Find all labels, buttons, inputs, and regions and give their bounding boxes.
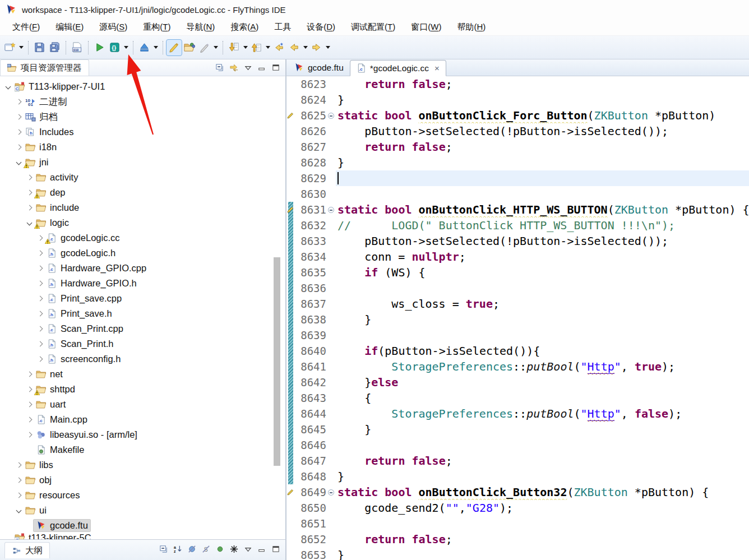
expand-chevron-icon[interactable] — [35, 236, 44, 240]
annotation-gutter[interactable] — [286, 343, 295, 359]
last-edit-location-button[interactable] — [271, 40, 286, 55]
outline-view-menu-icon[interactable] — [243, 544, 253, 554]
outline-hide-local-icon[interactable] — [229, 544, 239, 554]
build-button[interactable]: {} — [107, 40, 122, 55]
fold-toggle-icon[interactable] — [326, 484, 336, 500]
annotation-gutter[interactable] — [286, 406, 295, 422]
forward-button[interactable] — [309, 40, 324, 55]
menu-source[interactable]: 源码(S) — [91, 20, 135, 35]
expand-chevron-icon[interactable] — [35, 266, 44, 270]
prev-annotation-dropdown[interactable] — [264, 40, 271, 55]
expand-chevron-icon[interactable] — [25, 372, 34, 376]
expand-chevron-icon[interactable] — [3, 85, 12, 89]
expand-chevron-icon[interactable] — [14, 115, 23, 119]
outline-sort-icon[interactable]: az — [173, 544, 183, 554]
new-wizard-button[interactable] — [2, 40, 17, 55]
expand-chevron-icon[interactable] — [25, 206, 34, 210]
expand-chevron-icon[interactable] — [35, 342, 44, 346]
tree-item-print-save-cpp[interactable]: .cPrint_save.cpp — [0, 291, 285, 306]
annotation-gutter[interactable] — [286, 469, 295, 484]
explorer-maximize-icon[interactable] — [271, 63, 281, 72]
tree-item-includes[interactable]: hIncludes — [0, 124, 285, 140]
menu-refactor[interactable]: 重构(T) — [135, 20, 178, 35]
build-dropdown[interactable] — [122, 40, 130, 55]
tree-item-t113-klipper-5c[interactable]: Ct113-klipper-5C — [0, 533, 285, 539]
fold-toggle-icon[interactable] — [326, 108, 336, 123]
tree-item-screenconfig-h[interactable]: .hscreenconfig.h — [0, 351, 285, 367]
code-editor[interactable]: 8623 return false;8624}8625static bool o… — [286, 76, 749, 560]
expand-chevron-icon[interactable] — [25, 433, 34, 437]
expand-chevron-icon[interactable] — [14, 145, 23, 149]
tree-item-二进制[interactable]: 1001二进制 — [0, 94, 285, 109]
menu-window[interactable]: 窗口(W) — [403, 20, 449, 35]
annotation-gutter[interactable] — [286, 186, 295, 202]
menu-search[interactable]: 搜索(A) — [223, 20, 266, 35]
expand-chevron-icon[interactable] — [35, 357, 44, 361]
outline-maximize-icon[interactable] — [271, 544, 281, 554]
menu-file[interactable]: 文件(F) — [4, 20, 48, 35]
expand-chevron-icon[interactable] — [25, 191, 34, 195]
tree-item-uart[interactable]: uart — [0, 397, 285, 412]
annotation-gutter[interactable] — [286, 76, 295, 92]
menu-help[interactable]: 帮助(H) — [449, 20, 493, 35]
next-annotation-button[interactable] — [226, 40, 242, 55]
menu-navigate[interactable]: 导航(N) — [178, 20, 223, 35]
expand-chevron-icon[interactable] — [14, 493, 23, 497]
open-resource-button[interactable] — [182, 40, 197, 55]
explorer-scrollbar[interactable] — [274, 257, 280, 466]
tree-item-net[interactable]: net — [0, 367, 285, 382]
annotation-gutter[interactable] — [286, 437, 295, 453]
expand-chevron-icon[interactable] — [14, 508, 23, 512]
annotation-gutter[interactable] — [286, 390, 295, 406]
annotation-gutter[interactable] — [286, 516, 295, 531]
expand-chevron-icon[interactable] — [35, 312, 44, 316]
expand-chevron-icon[interactable] — [35, 327, 44, 331]
tree-item-scan-print-h[interactable]: .hScan_Print.h — [0, 336, 285, 351]
save-all-button[interactable] — [47, 40, 62, 55]
tree-item-t113-klipper-7-ui1[interactable]: CT113-klipper-7-UI1 — [0, 79, 285, 94]
tree-item-logic[interactable]: logic — [0, 215, 285, 230]
annotation-gutter[interactable] — [286, 249, 295, 265]
annotation-gutter[interactable] — [286, 547, 295, 560]
outline-public-filter-icon[interactable] — [215, 544, 225, 554]
tree-item-makefile[interactable]: Makefile — [0, 442, 285, 457]
tree-item-hardware-gpio-h[interactable]: .hHardware_GPIO.h — [0, 276, 285, 291]
tab-outline[interactable]: 大纲 — [4, 542, 50, 558]
annotation-gutter[interactable] — [286, 123, 295, 139]
next-annotation-dropdown[interactable] — [242, 40, 249, 55]
tree-item-include[interactable]: include — [0, 200, 285, 215]
outline-hide-static-icon[interactable]: S — [201, 544, 211, 554]
menu-debug-config[interactable]: 调试配置(T) — [343, 20, 403, 35]
highlighter-button[interactable] — [167, 40, 182, 55]
tree-item-gcodelogic-h[interactable]: .hgcodeLogic.h — [0, 246, 285, 261]
menu-tools[interactable]: 工具 — [266, 20, 299, 35]
tab-project-explorer[interactable]: 项目资源管理器 — [0, 59, 89, 76]
annotation-gutter[interactable] — [286, 484, 295, 500]
tree-item-归档[interactable]: 归档 — [0, 109, 285, 124]
annotation-gutter[interactable] — [286, 139, 295, 155]
tree-item-shttpd[interactable]: shttpd — [0, 382, 285, 397]
back-button[interactable] — [286, 40, 302, 55]
explorer-view-menu-icon[interactable] — [243, 63, 253, 72]
run-button[interactable] — [92, 40, 107, 55]
tree-item-resources[interactable]: resources — [0, 488, 285, 503]
expand-chevron-icon[interactable] — [25, 175, 34, 179]
expand-chevron-icon[interactable] — [14, 463, 23, 467]
tab-close-icon[interactable]: × — [434, 64, 440, 72]
prev-annotation-button[interactable] — [249, 40, 264, 55]
annotation-gutter[interactable] — [286, 500, 295, 516]
expand-chevron-icon[interactable] — [14, 160, 23, 164]
outline-collapse-all-icon[interactable] — [159, 544, 169, 554]
annotation-gutter[interactable] — [286, 170, 295, 186]
annotation-gutter[interactable] — [286, 108, 295, 123]
expand-chevron-icon[interactable] — [25, 221, 34, 225]
explorer-collapse-all-icon[interactable] — [215, 63, 225, 72]
annotation-gutter[interactable] — [286, 327, 295, 343]
expand-chevron-icon[interactable] — [14, 478, 23, 482]
menu-edit[interactable]: 编辑(E) — [48, 20, 91, 35]
annotation-gutter[interactable] — [286, 312, 295, 327]
flash-download-dropdown[interactable] — [152, 40, 159, 55]
annotation-gutter[interactable] — [286, 280, 295, 296]
tree-item-gcode-ftu[interactable]: gcode.ftu — [0, 518, 285, 533]
expand-chevron-icon[interactable] — [25, 387, 34, 391]
